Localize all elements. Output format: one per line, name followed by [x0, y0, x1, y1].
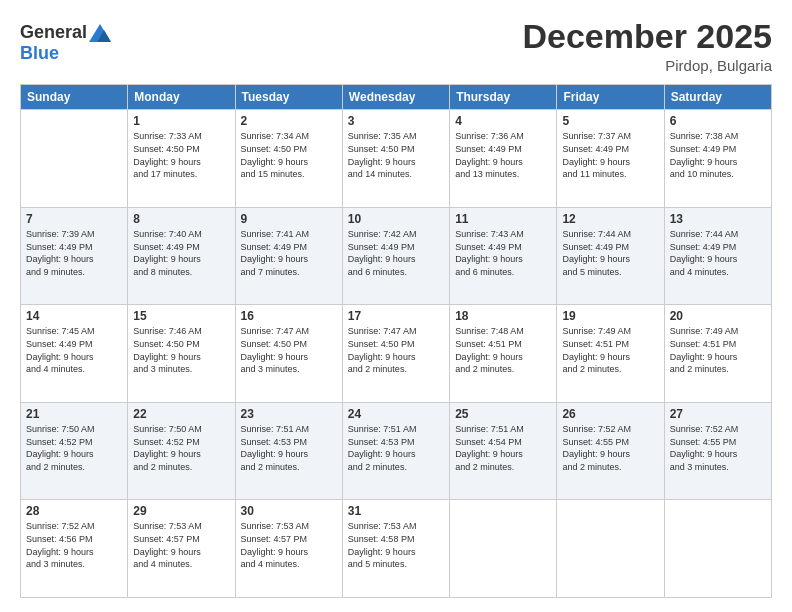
table-row [21, 110, 128, 208]
cell-detail: Sunrise: 7:52 AM [670, 423, 766, 436]
cell-detail: Sunrise: 7:36 AM [455, 130, 551, 143]
cell-detail: Sunset: 4:50 PM [133, 143, 229, 156]
cell-detail: Sunset: 4:50 PM [241, 338, 337, 351]
day-number: 9 [241, 212, 337, 226]
cell-detail: Sunset: 4:49 PM [562, 143, 658, 156]
cell-detail: Daylight: 9 hours [670, 448, 766, 461]
col-header-saturday: Saturday [664, 85, 771, 110]
day-number: 13 [670, 212, 766, 226]
table-row: 30Sunrise: 7:53 AMSunset: 4:57 PMDayligh… [235, 500, 342, 598]
cell-detail: and 8 minutes. [133, 266, 229, 279]
cell-detail: Sunset: 4:50 PM [241, 143, 337, 156]
col-header-tuesday: Tuesday [235, 85, 342, 110]
cell-detail: Sunset: 4:49 PM [26, 338, 122, 351]
cell-detail: Sunrise: 7:50 AM [133, 423, 229, 436]
table-row: 2Sunrise: 7:34 AMSunset: 4:50 PMDaylight… [235, 110, 342, 208]
table-row: 4Sunrise: 7:36 AMSunset: 4:49 PMDaylight… [450, 110, 557, 208]
cell-detail: Sunset: 4:49 PM [133, 241, 229, 254]
cell-detail: and 17 minutes. [133, 168, 229, 181]
cell-detail: Sunrise: 7:43 AM [455, 228, 551, 241]
cell-detail: Sunset: 4:55 PM [562, 436, 658, 449]
cell-detail: and 4 minutes. [133, 558, 229, 571]
cell-detail: Daylight: 9 hours [26, 546, 122, 559]
cell-detail: Sunrise: 7:53 AM [241, 520, 337, 533]
cell-detail: and 3 minutes. [26, 558, 122, 571]
cell-detail: and 3 minutes. [133, 363, 229, 376]
table-row: 14Sunrise: 7:45 AMSunset: 4:49 PMDayligh… [21, 305, 128, 403]
cell-detail: Sunset: 4:49 PM [455, 241, 551, 254]
cell-detail: Sunrise: 7:44 AM [670, 228, 766, 241]
cell-detail: Sunrise: 7:38 AM [670, 130, 766, 143]
cell-detail: and 2 minutes. [455, 363, 551, 376]
month-title: December 2025 [522, 18, 772, 55]
cell-detail: and 6 minutes. [455, 266, 551, 279]
cell-detail: Sunset: 4:53 PM [241, 436, 337, 449]
cell-detail: Daylight: 9 hours [348, 253, 444, 266]
table-row: 15Sunrise: 7:46 AMSunset: 4:50 PMDayligh… [128, 305, 235, 403]
cell-detail: Daylight: 9 hours [26, 253, 122, 266]
day-number: 19 [562, 309, 658, 323]
cell-detail: Daylight: 9 hours [133, 253, 229, 266]
cell-detail: Daylight: 9 hours [670, 253, 766, 266]
cell-detail: and 2 minutes. [562, 363, 658, 376]
day-number: 17 [348, 309, 444, 323]
cell-detail: and 6 minutes. [348, 266, 444, 279]
cell-detail: Sunset: 4:58 PM [348, 533, 444, 546]
cell-detail: Daylight: 9 hours [348, 351, 444, 364]
cell-detail: Daylight: 9 hours [670, 351, 766, 364]
calendar-week-row: 7Sunrise: 7:39 AMSunset: 4:49 PMDaylight… [21, 207, 772, 305]
table-row: 23Sunrise: 7:51 AMSunset: 4:53 PMDayligh… [235, 402, 342, 500]
cell-detail: and 2 minutes. [133, 461, 229, 474]
cell-detail: Sunrise: 7:51 AM [241, 423, 337, 436]
cell-detail: Daylight: 9 hours [455, 351, 551, 364]
calendar-header-row: Sunday Monday Tuesday Wednesday Thursday… [21, 85, 772, 110]
table-row [557, 500, 664, 598]
table-row [664, 500, 771, 598]
cell-detail: Daylight: 9 hours [348, 546, 444, 559]
cell-detail: and 9 minutes. [26, 266, 122, 279]
table-row: 11Sunrise: 7:43 AMSunset: 4:49 PMDayligh… [450, 207, 557, 305]
day-number: 3 [348, 114, 444, 128]
header: General Blue December 2025 Pirdop, Bulga… [20, 18, 772, 74]
day-number: 12 [562, 212, 658, 226]
day-number: 26 [562, 407, 658, 421]
day-number: 10 [348, 212, 444, 226]
logo-icon [89, 24, 111, 42]
logo: General Blue [20, 22, 111, 64]
table-row: 20Sunrise: 7:49 AMSunset: 4:51 PMDayligh… [664, 305, 771, 403]
cell-detail: and 7 minutes. [241, 266, 337, 279]
table-row [450, 500, 557, 598]
cell-detail: Sunrise: 7:51 AM [455, 423, 551, 436]
cell-detail: and 11 minutes. [562, 168, 658, 181]
cell-detail: Sunset: 4:49 PM [670, 241, 766, 254]
table-row: 13Sunrise: 7:44 AMSunset: 4:49 PMDayligh… [664, 207, 771, 305]
cell-detail: Sunset: 4:50 PM [348, 143, 444, 156]
table-row: 28Sunrise: 7:52 AMSunset: 4:56 PMDayligh… [21, 500, 128, 598]
day-number: 29 [133, 504, 229, 518]
cell-detail: Sunrise: 7:47 AM [241, 325, 337, 338]
cell-detail: Sunrise: 7:46 AM [133, 325, 229, 338]
col-header-monday: Monday [128, 85, 235, 110]
day-number: 24 [348, 407, 444, 421]
day-number: 23 [241, 407, 337, 421]
col-header-friday: Friday [557, 85, 664, 110]
cell-detail: and 2 minutes. [348, 363, 444, 376]
cell-detail: Sunrise: 7:39 AM [26, 228, 122, 241]
cell-detail: Sunset: 4:49 PM [670, 143, 766, 156]
cell-detail: and 15 minutes. [241, 168, 337, 181]
cell-detail: Sunrise: 7:37 AM [562, 130, 658, 143]
table-row: 6Sunrise: 7:38 AMSunset: 4:49 PMDaylight… [664, 110, 771, 208]
cell-detail: Daylight: 9 hours [133, 351, 229, 364]
day-number: 22 [133, 407, 229, 421]
calendar-table: Sunday Monday Tuesday Wednesday Thursday… [20, 84, 772, 598]
table-row: 10Sunrise: 7:42 AMSunset: 4:49 PMDayligh… [342, 207, 449, 305]
cell-detail: Sunset: 4:49 PM [348, 241, 444, 254]
table-row: 31Sunrise: 7:53 AMSunset: 4:58 PMDayligh… [342, 500, 449, 598]
cell-detail: Sunset: 4:52 PM [133, 436, 229, 449]
calendar-week-row: 21Sunrise: 7:50 AMSunset: 4:52 PMDayligh… [21, 402, 772, 500]
day-number: 31 [348, 504, 444, 518]
cell-detail: and 5 minutes. [562, 266, 658, 279]
cell-detail: Sunset: 4:50 PM [348, 338, 444, 351]
day-number: 7 [26, 212, 122, 226]
cell-detail: Sunrise: 7:41 AM [241, 228, 337, 241]
